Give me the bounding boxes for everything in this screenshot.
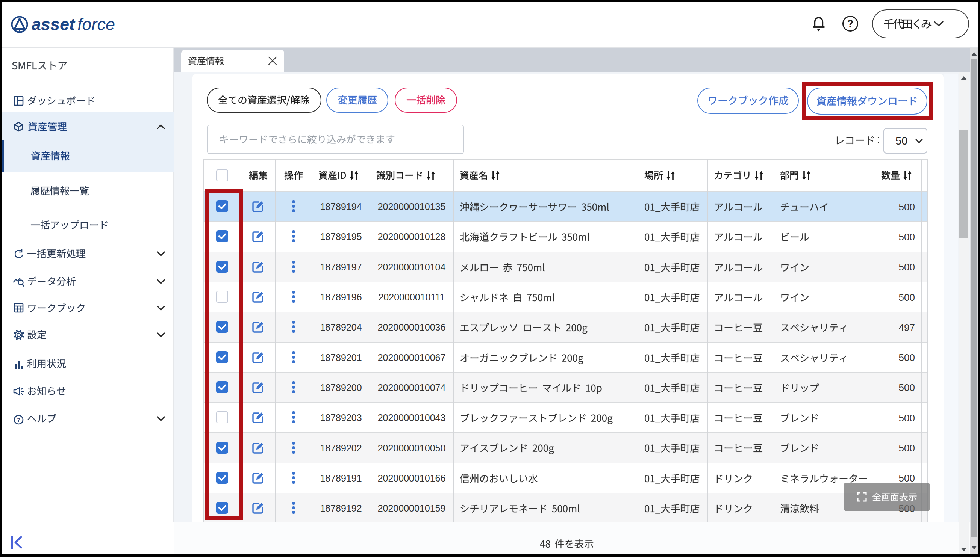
svg-text:?: ?	[17, 417, 20, 423]
svg-text:?: ?	[847, 18, 854, 29]
